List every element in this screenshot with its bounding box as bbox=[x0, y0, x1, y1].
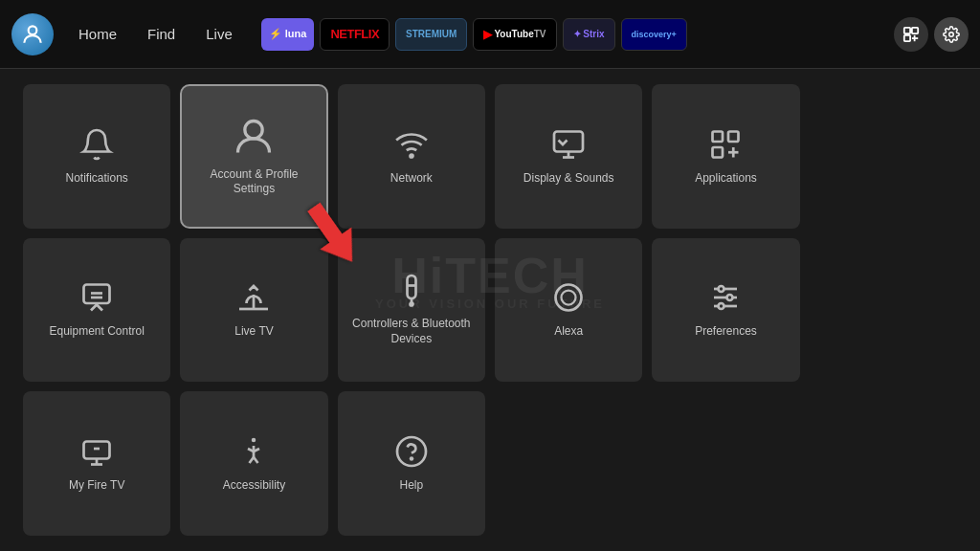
svg-point-39 bbox=[397, 437, 426, 466]
notifications-label: Notifications bbox=[59, 171, 133, 187]
avatar[interactable] bbox=[11, 13, 54, 55]
svg-point-37 bbox=[252, 438, 256, 443]
nav-links: Home Find Live bbox=[65, 20, 246, 48]
app-luna[interactable]: ⚡ luna bbox=[261, 18, 315, 51]
svg-rect-33 bbox=[84, 441, 110, 458]
controllers-bluetooth-label: Controllers & Bluetooth Devices bbox=[338, 317, 485, 346]
svg-rect-12 bbox=[713, 131, 724, 142]
top-navigation-bar: Home Find Live ⚡ luna NETFLIX STREMIUM ▶… bbox=[0, 0, 980, 69]
svg-point-32 bbox=[719, 303, 724, 309]
alexa-tile[interactable]: Alexa bbox=[495, 238, 642, 383]
svg-rect-1 bbox=[904, 27, 910, 33]
svg-point-26 bbox=[562, 291, 576, 305]
display-sounds-tile[interactable]: Display & Sounds bbox=[495, 84, 642, 229]
help-tile[interactable]: Help bbox=[338, 391, 485, 536]
live-tv-label: Live TV bbox=[229, 324, 278, 340]
applications-tile[interactable]: Applications bbox=[652, 84, 799, 229]
svg-point-8 bbox=[410, 154, 412, 157]
equipment-control-tile[interactable]: Equipment Control bbox=[23, 238, 170, 383]
accessibility-tile[interactable]: Accessibility bbox=[180, 391, 327, 536]
help-label: Help bbox=[393, 478, 429, 494]
network-tile[interactable]: Network bbox=[338, 84, 485, 229]
svg-point-7 bbox=[245, 121, 262, 138]
controllers-bluetooth-tile[interactable]: Controllers & Bluetooth Devices bbox=[338, 238, 485, 383]
account-profile-tile[interactable]: Account & Profile Settings bbox=[180, 84, 327, 229]
app-discovery[interactable]: discovery+ bbox=[621, 18, 687, 51]
svg-rect-14 bbox=[713, 147, 724, 158]
equipment-control-label: Equipment Control bbox=[43, 324, 149, 340]
alexa-label: Alexa bbox=[548, 324, 589, 340]
svg-point-6 bbox=[949, 32, 954, 36]
svg-point-31 bbox=[727, 295, 733, 300]
nav-home[interactable]: Home bbox=[65, 20, 130, 48]
app-stremium[interactable]: STREMIUM bbox=[395, 18, 467, 51]
nav-icon-buttons bbox=[894, 17, 969, 52]
preferences-tile[interactable]: Preferences bbox=[652, 238, 799, 383]
nav-apps: ⚡ luna NETFLIX STREMIUM ▶YouTubeTV ✦ Str… bbox=[261, 18, 886, 51]
svg-rect-2 bbox=[912, 27, 918, 33]
app-netflix[interactable]: NETFLIX bbox=[320, 18, 390, 51]
my-fire-tv-label: My Fire TV bbox=[63, 478, 130, 494]
accessibility-label: Accessibility bbox=[217, 478, 291, 494]
account-profile-label: Account & Profile Settings bbox=[182, 167, 325, 197]
preferences-label: Preferences bbox=[689, 324, 763, 340]
nav-live[interactable]: Live bbox=[192, 20, 246, 48]
display-sounds-label: Display & Sounds bbox=[518, 171, 620, 187]
svg-point-30 bbox=[719, 286, 724, 292]
app-strix[interactable]: ✦ Strix bbox=[563, 18, 615, 51]
settings-grid: Notifications Account & Profile Settings… bbox=[0, 69, 980, 551]
app-youtubetv[interactable]: ▶YouTubeTV bbox=[473, 18, 556, 51]
settings-gear-button[interactable] bbox=[934, 17, 969, 52]
svg-rect-3 bbox=[904, 34, 910, 40]
applications-label: Applications bbox=[689, 171, 763, 187]
live-tv-tile[interactable]: Live TV bbox=[180, 238, 327, 383]
svg-point-24 bbox=[410, 303, 412, 306]
svg-point-25 bbox=[556, 285, 582, 311]
notifications-tile[interactable]: Notifications bbox=[23, 84, 170, 229]
svg-rect-13 bbox=[728, 131, 739, 142]
apps-grid-button[interactable] bbox=[894, 17, 928, 52]
network-label: Network bbox=[385, 171, 438, 187]
svg-rect-21 bbox=[407, 276, 415, 298]
svg-point-0 bbox=[29, 26, 37, 34]
nav-find[interactable]: Find bbox=[134, 20, 189, 48]
my-fire-tv-tile[interactable]: My Fire TV bbox=[23, 391, 170, 536]
